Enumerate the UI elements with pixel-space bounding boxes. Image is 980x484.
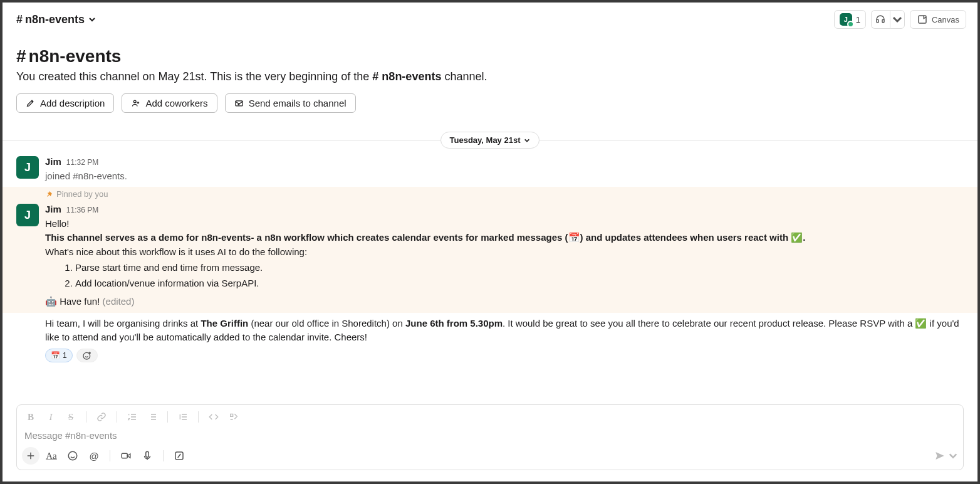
list-item: Add location/venue information via SerpA… [75,276,964,292]
send-options-button[interactable] [948,447,958,465]
svg-rect-6 [146,451,149,457]
canvas-icon [917,14,928,25]
list-item: Parse start time and end time from messa… [75,260,964,276]
svg-rect-0 [919,16,926,23]
person-add-icon [131,98,140,108]
timestamp: 11:32 PM [66,157,98,168]
mail-check-icon [234,98,244,108]
blockquote-button[interactable] [174,409,192,425]
emoji-button[interactable] [63,447,82,465]
shortcuts-button[interactable] [170,447,189,465]
hash-icon: # [16,46,26,66]
member-count: 1 [856,15,860,24]
list-ul-icon [147,412,157,422]
codeblock-button[interactable] [225,409,242,425]
channel-name-button[interactable]: # n8n-events [16,13,96,26]
message-text: joined #n8n-events. [45,169,964,184]
author-name[interactable]: Jim [45,155,61,169]
link-button[interactable] [93,409,110,425]
link-icon [96,412,107,422]
message-composer: B I S Message #n8n-events Aa @ [16,404,964,470]
codeblock-icon [229,412,239,422]
avatar-icon: J [840,13,852,26]
members-button[interactable]: J 1 [834,10,866,29]
headphones-icon [875,14,886,25]
code-button[interactable] [205,409,222,425]
author-name[interactable]: Jim [45,203,61,217]
mention-button[interactable]: @ [85,447,103,465]
mic-icon [142,450,153,461]
add-reaction-button[interactable] [76,349,98,362]
pin-icon [45,191,53,198]
date-label: Tuesday, May 21st [450,135,521,145]
message-text: Hi team, I will be organising drinks at … [45,317,964,345]
format-toggle-button[interactable]: Aa [42,447,61,465]
quote-icon [178,412,188,422]
send-icon [934,450,946,461]
code-icon [209,412,219,422]
avatar[interactable]: J [16,204,39,226]
message-input[interactable]: Message #n8n-events [17,429,963,445]
channel-name: n8n-events [25,13,85,26]
page-title: #n8n-events [16,46,964,66]
timestamp: 11:36 PM [66,204,98,216]
date-divider-button[interactable]: Tuesday, May 21st [440,132,540,149]
huddle-button[interactable] [871,10,890,29]
reaction-count: 1 [63,350,67,361]
add-description-button[interactable]: Add description [16,93,114,113]
audio-button[interactable] [138,447,157,465]
reaction-button[interactable]: 📅1 [45,349,73,362]
pencil-icon [26,98,35,108]
attach-button[interactable] [22,447,39,465]
add-emoji-icon [82,350,92,360]
svg-rect-2 [236,101,242,106]
chevron-down-icon [524,137,530,144]
channel-intro-text: You created this channel on May 21st. Th… [16,70,964,83]
send-button[interactable] [932,447,948,465]
chevron-down-icon [892,14,903,25]
bold-button[interactable]: B [22,409,39,425]
canvas-label: Canvas [932,15,959,24]
add-coworkers-button[interactable]: Add coworkers [122,93,217,113]
strike-button[interactable]: S [62,409,80,425]
avatar[interactable]: J [16,156,39,179]
hash-icon: # [16,13,23,26]
italic-button[interactable]: I [42,409,60,425]
svg-point-4 [68,451,77,460]
video-icon [120,450,132,461]
pinned-label: Pinned by you [3,187,977,200]
svg-point-3 [83,352,90,359]
svg-point-1 [134,100,137,103]
send-emails-button[interactable]: Send emails to channel [225,93,356,113]
bullet-list-button[interactable] [143,409,161,425]
list-ol-icon [127,412,137,422]
message-row: J Jim11:32 PM joined #n8n-events. [3,151,977,187]
smile-icon [67,450,78,461]
message-row: Hi team, I will be organising drinks at … [3,313,977,366]
slash-box-icon [174,450,185,461]
video-button[interactable] [117,447,135,465]
chevron-down-icon [88,16,96,23]
calendar-emoji-icon: 📅 [51,350,60,361]
message-text: Hello! This channel serves as a demo for… [45,217,964,309]
message-row: J Jim11:36 PM Hello! This channel serves… [3,200,977,313]
chevron-down-icon [948,450,958,461]
huddle-menu-button[interactable] [890,10,905,29]
ordered-list-button[interactable] [123,409,141,425]
canvas-button[interactable]: Canvas [910,10,966,29]
plus-icon [25,450,36,461]
